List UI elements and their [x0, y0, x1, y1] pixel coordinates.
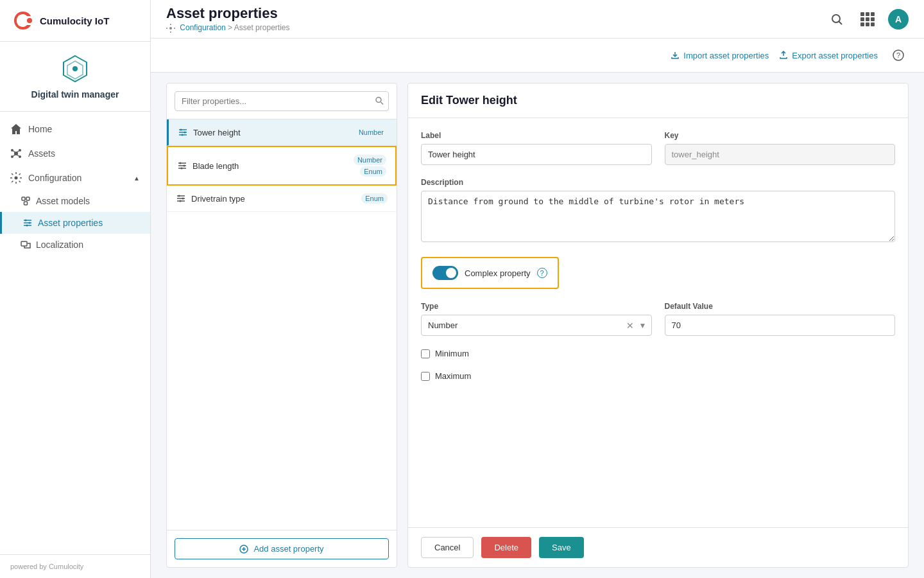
key-group: Key [665, 131, 896, 165]
key-field-label: Key [665, 131, 896, 140]
asset-models-label: Asset models [36, 196, 90, 206]
search-button[interactable] [826, 9, 847, 30]
breadcrumb: Configuration > Asset properties [166, 23, 826, 33]
sidebar-item-configuration[interactable]: Configuration ▲ [0, 166, 150, 190]
svg-point-13 [15, 177, 18, 180]
asset-properties-label: Asset properties [38, 218, 103, 228]
brand-area: Digital twin manager [0, 42, 150, 112]
svg-point-36 [182, 134, 184, 136]
search-icon [830, 13, 843, 26]
page-title-area: Asset properties Configuration > Asset p… [166, 5, 826, 33]
breadcrumb-current: Asset properties [234, 23, 290, 32]
svg-rect-14 [22, 197, 25, 200]
filter-input-wrapper [175, 91, 389, 111]
minimum-row: Minimum [421, 349, 895, 358]
edit-panel: Edit Tower height Label Key Descript [407, 83, 909, 568]
apps-button[interactable] [857, 9, 878, 30]
type-clear-icon[interactable]: ✕ [626, 320, 634, 331]
svg-line-11 [13, 155, 15, 156]
help-button[interactable]: ? [888, 45, 909, 66]
config-icon-breadcrumb [166, 24, 175, 33]
tower-height-badge: Number [355, 127, 388, 137]
grid-icon [860, 12, 875, 26]
complex-property-row[interactable]: Complex property ? [421, 257, 559, 289]
assets-label: Assets [28, 148, 55, 159]
label-input[interactable] [421, 144, 652, 165]
topbar-actions: A [826, 9, 909, 30]
minimum-label: Minimum [435, 349, 469, 358]
maximum-row: Maximum [421, 371, 895, 381]
type-default-row: Type Number Text Boolean Enum ✕ ▼ [421, 302, 895, 336]
property-item-blade-length[interactable]: Blade length Number Enum [167, 146, 397, 186]
import-label: Import asset properties [683, 51, 769, 60]
configuration-icon [10, 172, 22, 184]
configuration-chevron: ▲ [133, 175, 140, 182]
maximum-checkbox[interactable] [421, 372, 430, 381]
svg-point-21 [29, 222, 31, 224]
complex-help-icon[interactable]: ? [537, 268, 547, 278]
type-group: Type Number Text Boolean Enum ✕ ▼ [421, 302, 652, 336]
breadcrumb-config-link[interactable]: Configuration [180, 23, 225, 32]
default-value-label: Default Value [665, 302, 896, 311]
svg-rect-23 [21, 241, 27, 246]
edit-panel-footer: Cancel Delete Save [408, 527, 908, 567]
localization-label: Localization [36, 240, 83, 250]
delete-button[interactable]: Delete [481, 537, 531, 558]
svg-point-7 [11, 155, 13, 158]
svg-point-35 [184, 132, 186, 134]
add-property-button[interactable]: Add asset property [175, 538, 389, 559]
blade-length-name: Blade length [193, 161, 348, 171]
default-value-input[interactable] [665, 315, 896, 336]
user-avatar[interactable]: A [888, 9, 909, 30]
svg-point-20 [25, 220, 27, 222]
sidebar-item-home[interactable]: Home [0, 117, 150, 141]
property-item-tower-height[interactable]: Tower height Number [167, 119, 397, 146]
property-item-drivetrain-type[interactable]: Drivetrain type Enum [167, 186, 397, 212]
svg-line-30 [381, 102, 384, 105]
minimum-checkbox[interactable] [421, 349, 430, 358]
svg-point-0 [27, 18, 32, 23]
sidebar-item-asset-properties[interactable]: Asset properties [0, 212, 150, 234]
svg-point-47 [182, 198, 184, 200]
save-button[interactable]: Save [539, 537, 584, 558]
property-icon-tower-height [178, 127, 188, 137]
description-group: Description Distance from ground to the … [421, 178, 895, 244]
cancel-button[interactable]: Cancel [421, 537, 474, 558]
assets-icon [10, 148, 22, 159]
svg-line-12 [17, 155, 19, 156]
description-label: Description [421, 178, 895, 187]
property-icon-drivetrain [176, 193, 186, 204]
filter-input[interactable] [175, 91, 389, 111]
type-label: Type [421, 302, 652, 311]
add-property-label: Add asset property [253, 544, 323, 554]
tower-height-name: Tower height [193, 128, 350, 137]
default-value-group: Default Value [665, 302, 896, 336]
sidebar-item-asset-models[interactable]: Asset models [0, 190, 150, 212]
breadcrumb-separator: > [228, 23, 234, 32]
complex-property-toggle[interactable] [432, 266, 458, 280]
svg-point-25 [832, 15, 840, 22]
drivetrain-badge: Enum [361, 193, 388, 204]
description-textarea[interactable]: Distance from ground to the middle of tu… [421, 191, 895, 242]
filter-bar [167, 83, 397, 119]
home-icon [10, 123, 22, 135]
svg-point-40 [180, 162, 182, 164]
localization-icon [21, 240, 31, 250]
svg-point-41 [184, 165, 185, 167]
sidebar-item-assets[interactable]: Assets [0, 141, 150, 166]
svg-point-29 [376, 97, 381, 102]
content-area: Tower height Number Blade length [151, 73, 924, 578]
drivetrain-name: Drivetrain type [191, 194, 356, 204]
sidebar-item-localization[interactable]: Localization [0, 234, 150, 256]
label-key-row: Label Key [421, 131, 895, 165]
label-group: Label [421, 131, 652, 165]
svg-line-26 [839, 21, 843, 24]
asset-models-icon [21, 196, 31, 206]
import-button[interactable]: Import asset properties [671, 51, 769, 60]
page-title: Asset properties [166, 5, 826, 22]
export-button[interactable]: Export asset properties [779, 51, 878, 60]
properties-list: Tower height Number Blade length [167, 119, 397, 530]
type-select[interactable]: Number Text Boolean Enum [421, 315, 652, 336]
brand-title: Digital twin manager [31, 89, 119, 100]
filter-search-icon [375, 96, 384, 107]
